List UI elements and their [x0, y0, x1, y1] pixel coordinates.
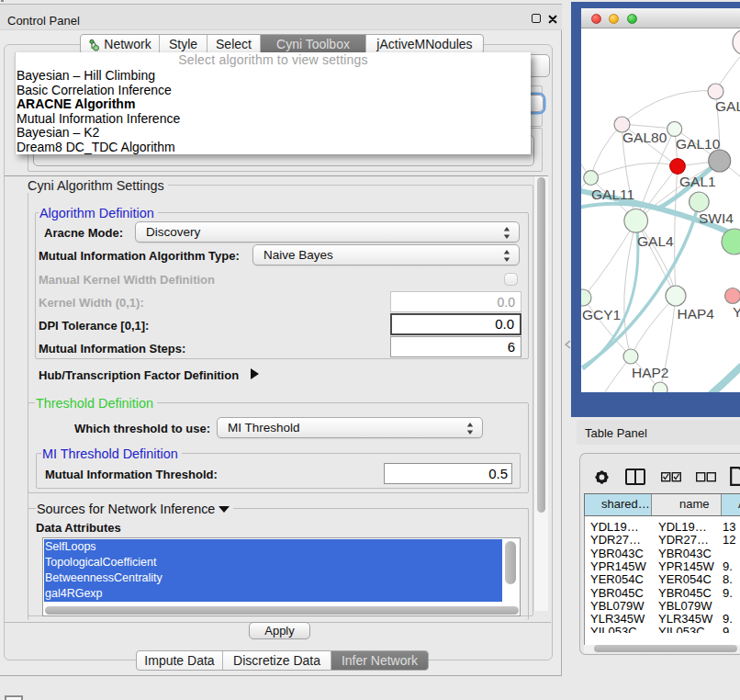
svg-text:Y: Y — [733, 304, 740, 320]
svg-text:GAL4: GAL4 — [637, 233, 674, 249]
svg-text:HAP4: HAP4 — [678, 306, 715, 322]
svg-text:GAL80: GAL80 — [622, 130, 667, 145]
svg-text:HAP2: HAP2 — [632, 365, 669, 380]
svg-text:GAL: GAL — [715, 98, 740, 114]
svg-text:GAL11: GAL11 — [591, 186, 634, 202]
svg-text:SWI4: SWI4 — [699, 210, 734, 226]
svg-text:GAL10: GAL10 — [676, 136, 721, 152]
svg-text:GCY1: GCY1 — [582, 307, 621, 322]
svg-text:GAL1: GAL1 — [679, 174, 716, 189]
